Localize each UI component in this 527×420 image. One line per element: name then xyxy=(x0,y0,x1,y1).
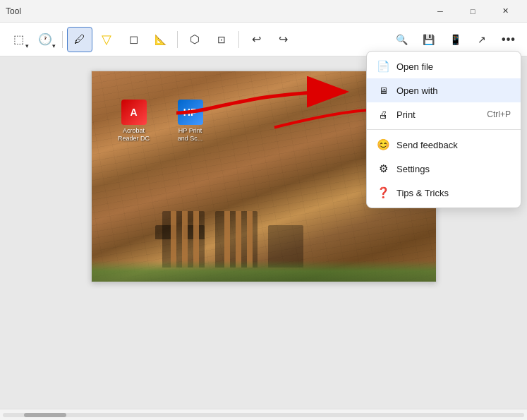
zoom-button[interactable]: 🔍 xyxy=(389,27,414,52)
acrobat-label: AcrobatReader DC xyxy=(118,127,150,143)
menu-divider-1 xyxy=(367,129,521,130)
desktop-icons-group: A AcrobatReader DC HP HP Printand Sc... xyxy=(113,100,212,143)
menu-item-open-file[interactable]: 📄 Open file xyxy=(367,54,521,78)
save-icon: 💾 xyxy=(423,34,435,45)
redo-icon: ↪ xyxy=(279,32,288,46)
scrollbar-track[interactable] xyxy=(3,413,524,417)
maximize-button[interactable]: □ xyxy=(456,0,489,23)
print-label: Print xyxy=(396,109,416,120)
app-title: Tool xyxy=(6,6,21,16)
toolbar-right: 🔍 💾 📱 ↗ ••• xyxy=(389,27,521,52)
eraser-button[interactable]: ◻ xyxy=(121,27,146,52)
menu-item-send-feedback[interactable]: 😊 Send feedback xyxy=(367,133,521,157)
title-bar-left: Tool xyxy=(6,6,21,16)
selection-button[interactable]: ⬡ xyxy=(182,27,207,52)
redo-button[interactable]: ↪ xyxy=(270,27,296,52)
open-file-icon: 📄 xyxy=(377,60,389,73)
more-icon: ••• xyxy=(502,33,516,46)
phone-icon: 📱 xyxy=(449,34,461,45)
title-bar-controls: ─ □ ✕ xyxy=(424,0,521,23)
dropdown-menu: 📄 Open file 🖥 Open with 🖨 Print Ctrl+P 😊… xyxy=(366,51,521,208)
toolbar-separator-3 xyxy=(238,31,239,48)
save-button[interactable]: 💾 xyxy=(416,27,441,52)
draw-button[interactable]: 🖊 xyxy=(67,27,92,52)
send-feedback-label: Send feedback xyxy=(396,140,458,150)
scrollbar-thumb[interactable] xyxy=(24,413,66,417)
send-feedback-icon: 😊 xyxy=(377,138,389,151)
crop-select-icon: ⬚ xyxy=(13,32,24,46)
menu-item-tips-tricks[interactable]: ❓ Tips & Tricks xyxy=(367,181,521,205)
more-button[interactable]: ••• xyxy=(496,27,521,52)
toolbar-separator-2 xyxy=(177,31,178,48)
crop-icon: ⊡ xyxy=(217,34,226,45)
toolbar-separator-1 xyxy=(62,31,63,48)
settings-label: Settings xyxy=(396,164,430,174)
phone-button[interactable]: 📱 xyxy=(442,27,468,52)
open-with-icon: 🖥 xyxy=(377,84,389,97)
history-icon: 🕐 xyxy=(38,32,52,46)
hp-label: HP Printand Sc... xyxy=(178,127,203,143)
ruler-button[interactable]: 📐 xyxy=(147,27,173,52)
highlight-button[interactable]: ▽ xyxy=(94,27,119,52)
highlight-icon: ▽ xyxy=(102,32,111,47)
crop-button[interactable]: ⊡ xyxy=(209,27,234,52)
zoom-icon: 🔍 xyxy=(396,34,408,45)
menu-item-settings[interactable]: ⚙ Settings xyxy=(367,157,521,181)
title-bar: Tool ─ □ ✕ xyxy=(0,0,527,23)
menu-item-open-with[interactable]: 🖥 Open with xyxy=(367,78,521,102)
history-button[interactable]: 🕐 ▾ xyxy=(32,27,58,52)
print-shortcut: Ctrl+P xyxy=(487,109,511,119)
tips-tricks-label: Tips & Tricks xyxy=(396,188,449,198)
minimize-button[interactable]: ─ xyxy=(424,0,456,23)
close-button[interactable]: ✕ xyxy=(489,0,521,23)
eraser-icon: ◻ xyxy=(129,32,138,46)
tips-tricks-icon: ❓ xyxy=(377,186,389,199)
share-icon: ↗ xyxy=(478,34,486,45)
hp-icon: HP xyxy=(178,100,203,125)
menu-item-print[interactable]: 🖨 Print Ctrl+P xyxy=(367,102,521,126)
dropdown-arrow-icon: ▾ xyxy=(25,42,29,49)
acrobat-icon: A xyxy=(121,100,147,125)
crop-select-button[interactable]: ⬚ ▾ xyxy=(6,27,31,52)
settings-icon: ⚙ xyxy=(377,162,389,175)
print-icon: 🖨 xyxy=(377,108,389,121)
undo-icon: ↩ xyxy=(252,32,261,46)
ruler-icon: 📐 xyxy=(155,34,166,45)
draw-icon: 🖊 xyxy=(74,33,85,46)
selection-icon: ⬡ xyxy=(190,32,200,46)
open-file-label: Open file xyxy=(396,61,433,72)
acrobat-icon-item: A AcrobatReader DC xyxy=(113,100,155,143)
hp-icon-item: HP HP Printand Sc... xyxy=(169,100,212,143)
scrollbar-area xyxy=(0,409,527,420)
open-with-label: Open with xyxy=(396,85,438,96)
history-dropdown-icon: ▾ xyxy=(52,42,56,49)
share-button[interactable]: ↗ xyxy=(469,27,495,52)
undo-button[interactable]: ↩ xyxy=(243,27,269,52)
